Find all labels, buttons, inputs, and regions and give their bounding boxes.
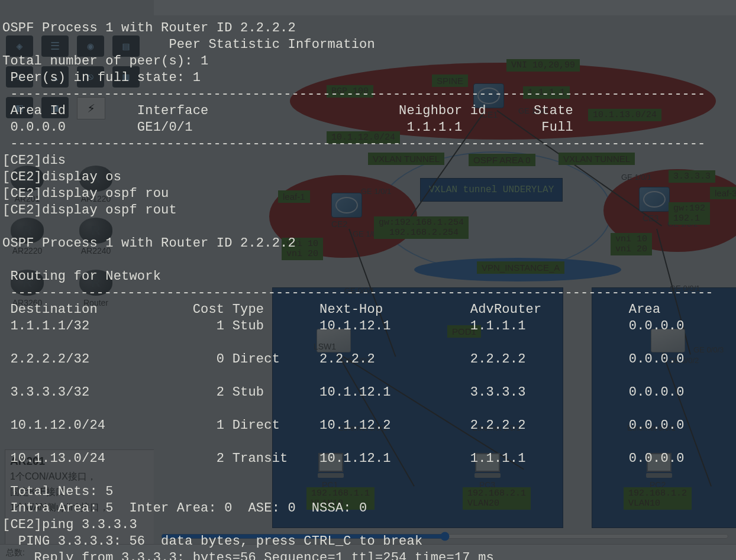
ping-reply: Reply from 3.3.3.3: bytes=56 Sequence=1 …	[2, 551, 494, 560]
cli-command: [CE2]display ospf rou	[2, 186, 169, 201]
peer-table-row: 0.0.0.0 GE1/0/1 1.1.1.1 Full	[2, 120, 573, 135]
cli-command: [CE2]display ospf rout	[2, 203, 177, 218]
cli-command: [CE2]dis	[2, 153, 66, 168]
total-peers: Total number of peer(s): 1	[2, 54, 208, 69]
route-table-header: Destination Cost Type Next-Hop AdvRouter…	[2, 302, 660, 317]
ospf-process-header: OSPF Process 1 with Router ID 2.2.2.2	[2, 21, 296, 35]
divider: ----------------------------------------…	[2, 137, 705, 151]
ping-command: [CE2]ping 3.3.3.3	[2, 517, 137, 532]
full-state-peers: Peer(s) in full state: 1	[2, 70, 201, 85]
ping-start: PING 3.3.3.3: 56 data bytes, press CTRL_…	[2, 534, 422, 549]
routing-for-network: Routing for Network	[2, 269, 161, 284]
area-counts: Intra Area: 5 Inter Area: 0 ASE: 0 NSSA:…	[2, 501, 367, 516]
peer-stat-header: Peer Statistic Information	[2, 37, 375, 52]
divider: ----------------------------------------…	[2, 87, 705, 102]
divider: ----------------------------------------…	[2, 286, 713, 300]
cli-command: [CE2]display os	[2, 170, 121, 184]
ospf-process-header-2: OSPF Process 1 with Router ID 2.2.2.2	[2, 236, 296, 251]
route-table-body: 1.1.1.1/32 1 Stub 10.1.12.1 1.1.1.1 0.0.…	[2, 318, 736, 467]
cli-terminal-overlay[interactable]: OSPF Process 1 with Router ID 2.2.2.2 Pe…	[0, 0, 736, 560]
peer-table-header: Area Id Interface Neighbor id State	[2, 103, 573, 118]
total-nets: Total Nets: 5	[2, 484, 114, 499]
